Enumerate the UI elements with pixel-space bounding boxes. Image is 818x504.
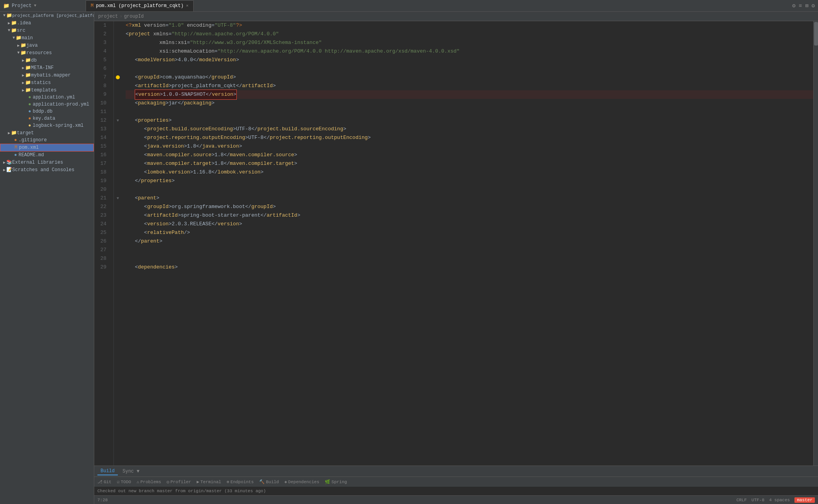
sidebar-item-application-yml[interactable]: ● application.yml — [0, 94, 94, 101]
todo-icon: ☑ — [117, 479, 120, 484]
code-line-17: <maven.compiler.target>1.8</maven.compil… — [126, 159, 813, 168]
gutter-5 — [114, 56, 122, 64]
sidebar-item-bddp-db[interactable]: ● bddp.db — [0, 108, 94, 115]
deps-icon: ◈ — [284, 479, 287, 484]
gutter-17 — [114, 159, 122, 168]
code-line-3: xmlns:xsi="http://www.w3.org/2001/XMLSch… — [126, 38, 813, 47]
main-label: main — [22, 35, 33, 41]
code-line-4: xsi:schemaLocation="http://maven.apache.… — [126, 47, 813, 56]
ln-22: 22 — [94, 203, 110, 211]
gutter-16 — [114, 151, 122, 159]
sidebar-item-meta-inf[interactable]: ▶ 📁 META-INF — [0, 64, 94, 71]
dependencies-tab[interactable]: ◈ Dependencies — [284, 479, 319, 484]
code-line-6 — [126, 64, 813, 73]
root-folder-icon: 📁 — [6, 13, 12, 18]
ln-7: 7 — [94, 73, 110, 82]
problems-tab[interactable]: ⚠ Problems — [137, 479, 161, 484]
sidebar-item-java[interactable]: ▶ 📁 java — [0, 42, 94, 49]
status-indent[interactable]: 4 spaces — [769, 498, 790, 502]
dropdown-icon[interactable]: ▼ — [34, 4, 36, 8]
gutter-1 — [114, 21, 122, 30]
breadcrumb-group-id[interactable]: groupId — [124, 14, 144, 19]
code-line-15: <java.version>1.8</java.version> — [126, 142, 813, 151]
sidebar-root[interactable]: ▼ 📁 project_platform [project_platform_c… — [0, 12, 94, 19]
git-tab[interactable]: ⎇ Git — [97, 479, 112, 484]
sidebar-item-external-libs[interactable]: ▶ 📚 External Libraries — [0, 159, 94, 166]
ln-28: 28 — [94, 254, 110, 263]
build-tab[interactable]: Build — [97, 467, 118, 475]
sidebar-item-resources[interactable]: ▼ 📁 resources — [0, 49, 94, 57]
sidebar-item-gitignore[interactable]: ● .gitignore — [0, 137, 94, 144]
tab-close-icon[interactable]: × — [186, 4, 188, 8]
code-line-24: <version>2.0.3.RELEASE</version> — [126, 220, 813, 228]
status-charset[interactable]: UTF-8 — [752, 498, 765, 502]
java-label: java — [26, 43, 38, 48]
meta-label: META-INF — [31, 65, 54, 71]
ln-26: 26 — [94, 237, 110, 246]
resources-label: resources — [26, 50, 52, 56]
pom-xml-tab[interactable]: M pom.xml (project_platform_cqkt) × — [86, 0, 194, 11]
ln-1: 1 — [94, 21, 110, 30]
breadcrumb-project[interactable]: project — [98, 14, 118, 19]
readme-icon: ● — [14, 152, 17, 158]
sidebar-item-key-data[interactable]: ● key.data — [0, 115, 94, 122]
breadcrumb-sep1: › — [119, 14, 122, 19]
fold-12[interactable]: ▼ — [117, 119, 119, 123]
scrollbar[interactable] — [813, 21, 818, 466]
fold-21[interactable]: ▼ — [117, 196, 119, 201]
sidebar-item-mybatis[interactable]: ▶ 📁 mybatis.mapper — [0, 71, 94, 79]
status-crlf[interactable]: CRLF — [736, 498, 747, 502]
sidebar-item-main[interactable]: ▼ 📁 main — [0, 34, 94, 42]
split-icon[interactable]: ⊞ — [805, 2, 808, 9]
sidebar-item-application-prod-yml[interactable]: ● application-prod.yml — [0, 101, 94, 108]
src-label: src — [17, 28, 26, 33]
breakpoint-7[interactable] — [116, 75, 120, 79]
sidebar-item-scratches[interactable]: ▶ 📝 Scratches and Consoles — [0, 166, 94, 173]
sidebar-item-readme[interactable]: ● README.md — [0, 152, 94, 159]
scrollbar-thumb[interactable] — [814, 22, 818, 46]
terminal-icon: ▶ — [197, 479, 199, 484]
ln-11: 11 — [94, 108, 110, 116]
sidebar-item-statics[interactable]: ▶ 📁 statics — [0, 79, 94, 86]
settings-icon[interactable]: ⚙ — [792, 2, 795, 9]
code-editor[interactable]: 1 2 3 4 5 6 7 8 9 10 11 12 13 14 15 16 1… — [94, 21, 818, 466]
code-line-28 — [126, 254, 813, 263]
gutter-11 — [114, 108, 122, 116]
gutter-3 — [114, 38, 122, 47]
sync-tab[interactable]: Sync ▼ — [119, 468, 143, 475]
gutter-8 — [114, 82, 122, 90]
code-line-9: <version>1.0.0-SNAPSHOT</version> — [126, 90, 813, 99]
code-content[interactable]: <?xml version="1.0" encoding="UTF-8"?> <… — [122, 21, 813, 466]
target-folder-icon: 📁 — [11, 130, 17, 136]
sidebar-item-target[interactable]: ▶ 📁 target — [0, 129, 94, 137]
endpoints-tab[interactable]: ⊕ Endpoints — [227, 479, 254, 484]
status-branch[interactable]: master — [794, 497, 815, 503]
sidebar-item-idea[interactable]: ▶ 📁 .idea — [0, 19, 94, 27]
target-arrow: ▶ — [8, 131, 10, 135]
editor-tabs: M pom.xml (project_platform_cqkt) × — [82, 0, 792, 11]
meta-arrow: ▶ — [22, 66, 24, 70]
terminal-tab[interactable]: ▶ Terminal — [197, 479, 221, 484]
code-line-19: </properties> — [126, 177, 813, 185]
templates-folder-icon: 📁 — [25, 87, 31, 93]
list-icon[interactable]: ≡ — [799, 3, 802, 9]
sidebar-item-src[interactable]: ▼ 📁 src — [0, 27, 94, 34]
tab-label: pom.xml (project_platform_cqkt) — [96, 3, 183, 9]
ln-27: 27 — [94, 246, 110, 254]
sidebar-item-db[interactable]: ▶ 📁 db — [0, 57, 94, 64]
yml-icon: ● — [28, 95, 31, 100]
build-bottom-tab[interactable]: 🔨 Build — [259, 479, 279, 484]
spring-icon: 🌿 — [325, 479, 330, 484]
ext-folder-icon: 📚 — [6, 159, 12, 165]
todo-tab[interactable]: ☑ TODO — [117, 479, 131, 484]
ln-12: 12 — [94, 116, 110, 125]
build-icon[interactable]: ⚙ — [812, 2, 815, 9]
project-label[interactable]: Project — [12, 3, 31, 9]
profiler-tab[interactable]: ◎ Profiler — [167, 479, 191, 484]
code-line-1: <?xml version="1.0" encoding="UTF-8"?> — [126, 21, 813, 30]
sidebar-item-templates[interactable]: ▶ 📁 templates — [0, 86, 94, 94]
spring-tab[interactable]: 🌿 Spring — [325, 479, 347, 484]
ln-16: 16 — [94, 151, 110, 159]
sidebar-item-pom-xml[interactable]: M pom.xml — [0, 144, 94, 152]
sidebar-item-logback[interactable]: ● logback-spring.xml — [0, 122, 94, 129]
